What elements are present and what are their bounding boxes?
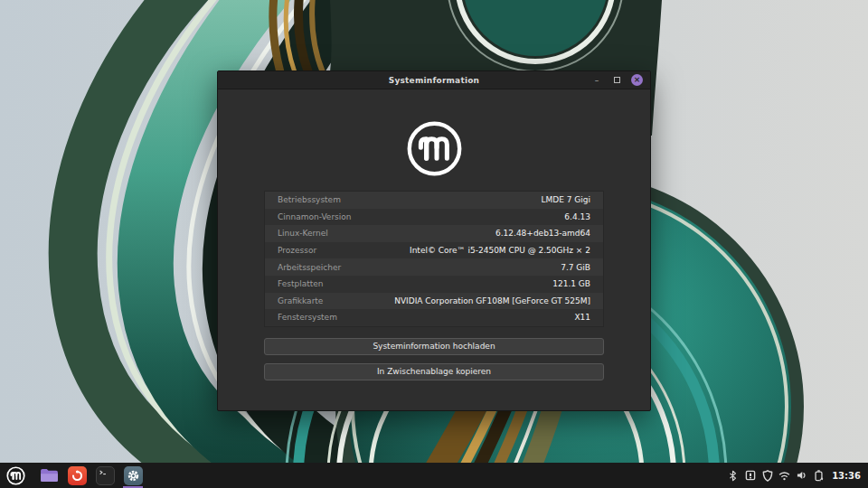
browser-icon bbox=[68, 466, 87, 485]
report-tray-icon[interactable] bbox=[744, 470, 756, 482]
mint-menu-icon bbox=[6, 466, 25, 485]
maximize-icon bbox=[614, 77, 620, 83]
table-row: Grafikkarte NVIDIA Corporation GF108M [G… bbox=[265, 293, 603, 310]
file-manager-launcher[interactable] bbox=[38, 465, 60, 486]
row-value: NVIDIA Corporation GF108M [GeForce GT 52… bbox=[394, 296, 590, 305]
window-content: Betriebssystem LMDE 7 Gigi Cinnamon-Vers… bbox=[218, 89, 650, 410]
gear-icon bbox=[124, 466, 143, 485]
row-value: X11 bbox=[574, 313, 590, 322]
row-value: LMDE 7 Gigi bbox=[541, 195, 590, 204]
table-row: Cinnamon-Version 6.4.13 bbox=[265, 209, 603, 226]
system-settings-launcher[interactable] bbox=[122, 465, 144, 486]
desktop: Systeminformation – × Betriebssystem LM bbox=[0, 0, 868, 488]
window-title: Systeminformation bbox=[218, 76, 650, 85]
row-label: Grafikkarte bbox=[278, 296, 323, 305]
row-value: Intel© Core™ i5-2450M CPU @ 2.50GHz × 2 bbox=[410, 246, 590, 255]
upload-system-info-button[interactable]: Systeminformation hochladen bbox=[264, 338, 604, 355]
row-label: Cinnamon-Version bbox=[278, 212, 352, 221]
minimize-button[interactable]: – bbox=[591, 75, 602, 86]
terminal-icon bbox=[96, 466, 115, 485]
copy-to-clipboard-button[interactable]: In Zwischenablage kopieren bbox=[264, 363, 604, 380]
mint-menu-button[interactable] bbox=[5, 465, 26, 486]
system-info-table: Betriebssystem LMDE 7 Gigi Cinnamon-Vers… bbox=[264, 191, 604, 327]
row-label: Festplatten bbox=[278, 279, 323, 288]
volume-icon[interactable] bbox=[796, 470, 807, 482]
bluetooth-icon[interactable] bbox=[727, 470, 739, 482]
row-value: 121.1 GB bbox=[552, 279, 590, 288]
web-browser-launcher[interactable] bbox=[66, 465, 88, 486]
row-value: 6.12.48+deb13-amd64 bbox=[495, 229, 590, 238]
table-row: Festplatten 121.1 GB bbox=[265, 276, 603, 293]
taskbar-clock[interactable]: 13:36 bbox=[832, 471, 861, 481]
wifi-icon[interactable] bbox=[778, 470, 790, 482]
row-label: Fenstersystem bbox=[278, 313, 337, 322]
table-row: Prozessor Intel© Core™ i5-2450M CPU @ 2.… bbox=[265, 242, 603, 259]
table-row: Arbeitsspeicher 7.7 GiB bbox=[265, 258, 603, 276]
linux-mint-logo-icon bbox=[406, 120, 463, 177]
folder-icon bbox=[40, 468, 59, 483]
row-value: 6.4.13 bbox=[564, 212, 590, 221]
table-row: Linux-Kernel 6.12.48+deb13-amd64 bbox=[265, 225, 603, 242]
table-row: Fenstersystem X11 bbox=[265, 309, 603, 326]
system-tray: 13:36 bbox=[727, 470, 868, 482]
terminal-launcher[interactable] bbox=[94, 465, 116, 486]
close-button[interactable]: × bbox=[631, 74, 643, 86]
row-label: Arbeitsspeicher bbox=[278, 263, 341, 272]
taskbar: 13:36 bbox=[0, 463, 868, 488]
row-label: Linux-Kernel bbox=[278, 229, 328, 238]
table-row: Betriebssystem LMDE 7 Gigi bbox=[265, 192, 603, 209]
maximize-button[interactable] bbox=[611, 75, 622, 86]
row-value: 7.7 GiB bbox=[561, 263, 590, 272]
titlebar[interactable]: Systeminformation – × bbox=[218, 71, 650, 89]
row-label: Betriebssystem bbox=[278, 195, 341, 204]
taskbar-launchers bbox=[0, 465, 144, 486]
system-info-window: Systeminformation – × Betriebssystem LM bbox=[217, 70, 651, 411]
battery-icon[interactable] bbox=[813, 470, 825, 482]
row-label: Prozessor bbox=[278, 246, 316, 255]
update-shield-icon[interactable] bbox=[761, 470, 773, 482]
